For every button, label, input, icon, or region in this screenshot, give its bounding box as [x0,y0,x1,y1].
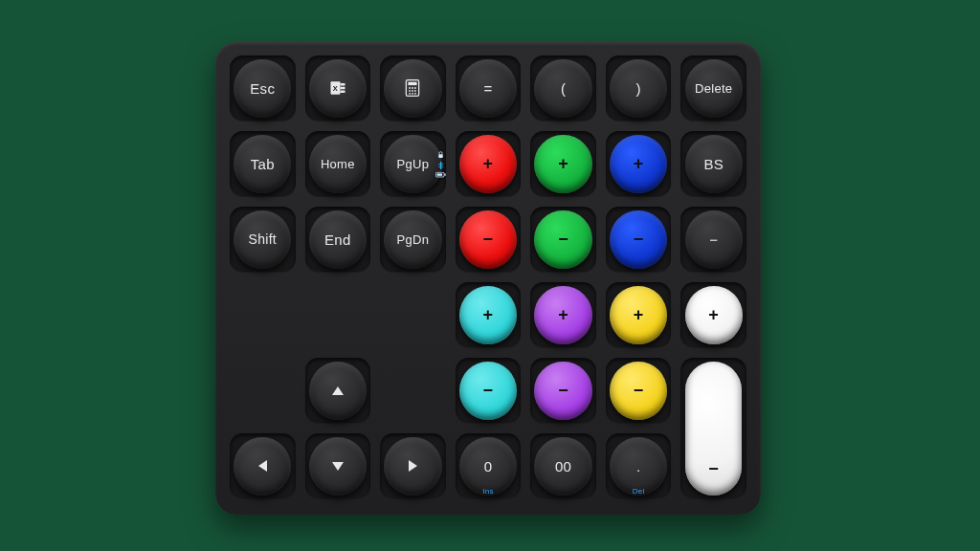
svg-rect-16 [438,154,443,158]
key-calculator[interactable] [380,55,446,121]
keypad-device: Esc X = ( ) Delete Tab Home PgUp + + + B… [215,42,761,515]
svg-point-12 [414,90,416,92]
key-green-minus[interactable]: − [530,207,596,273]
key-arrow-left[interactable] [230,433,296,499]
key-cyan-minus[interactable]: − [456,358,522,424]
key-white-minus-tall[interactable]: − [680,358,746,499]
svg-rect-6 [409,82,417,85]
key-zero[interactable]: 0 Ins [456,433,522,499]
arrow-down-icon [309,437,367,496]
key-equals[interactable]: = [456,55,522,121]
key-right-paren[interactable]: ) [606,55,672,121]
arrow-up-icon [309,362,367,420]
key-red-minus[interactable]: − [456,207,522,273]
key-white-plus[interactable]: + [680,282,746,348]
spacer [305,282,371,348]
key-purple-minus[interactable]: − [530,358,596,424]
key-left-paren[interactable]: ( [530,55,596,121]
key-shift[interactable]: Shift [230,207,296,273]
key-arrow-right[interactable] [380,433,446,499]
svg-point-14 [412,93,413,95]
key-pgup[interactable]: PgUp [380,131,446,197]
key-delete[interactable]: Delete [680,55,746,121]
sublabel-del: Del [606,487,672,496]
key-dot[interactable]: . Del [606,433,672,499]
svg-rect-4 [340,91,345,94]
key-blue-minus[interactable]: − [606,207,672,273]
arrow-right-icon [384,437,441,496]
spacer [380,358,446,424]
calculator-icon [384,59,441,118]
spacer [380,282,446,348]
key-double-zero[interactable]: 00 [530,433,596,499]
key-yellow-plus[interactable]: + [606,282,672,348]
key-red-plus[interactable]: + [456,131,522,197]
key-purple-plus[interactable]: + [530,282,596,348]
svg-point-13 [410,93,412,95]
key-yellow-minus[interactable]: − [606,358,672,424]
svg-point-15 [414,93,416,95]
key-bs[interactable]: BS [680,131,746,197]
key-green-plus[interactable]: + [530,131,596,197]
key-end[interactable]: End [305,207,371,273]
svg-point-9 [414,88,416,90]
arrow-left-icon [234,437,291,496]
key-blue-plus[interactable]: + [606,131,672,197]
spacer [230,358,296,424]
key-cyan-plus[interactable]: + [456,282,522,348]
status-indicator-icon [434,150,448,178]
svg-point-11 [412,90,413,92]
spacer [230,282,296,348]
svg-rect-19 [437,173,442,175]
svg-rect-2 [340,83,345,86]
svg-rect-18 [445,173,446,175]
key-arrow-up[interactable] [305,358,371,424]
key-arrow-down[interactable] [305,433,371,499]
key-tab[interactable]: Tab [230,131,296,197]
excel-icon: X [309,59,367,118]
key-esc[interactable]: Esc [230,55,296,121]
key-pgdn[interactable]: PgDn [380,207,446,273]
svg-point-7 [410,88,412,90]
svg-rect-3 [340,87,345,90]
key-minus[interactable]: − [680,207,746,273]
key-excel[interactable]: X [305,55,371,121]
key-home[interactable]: Home [305,131,371,197]
svg-text:X: X [333,84,338,93]
sublabel-ins: Ins [456,487,522,496]
svg-point-8 [412,88,413,90]
svg-point-10 [410,90,412,92]
